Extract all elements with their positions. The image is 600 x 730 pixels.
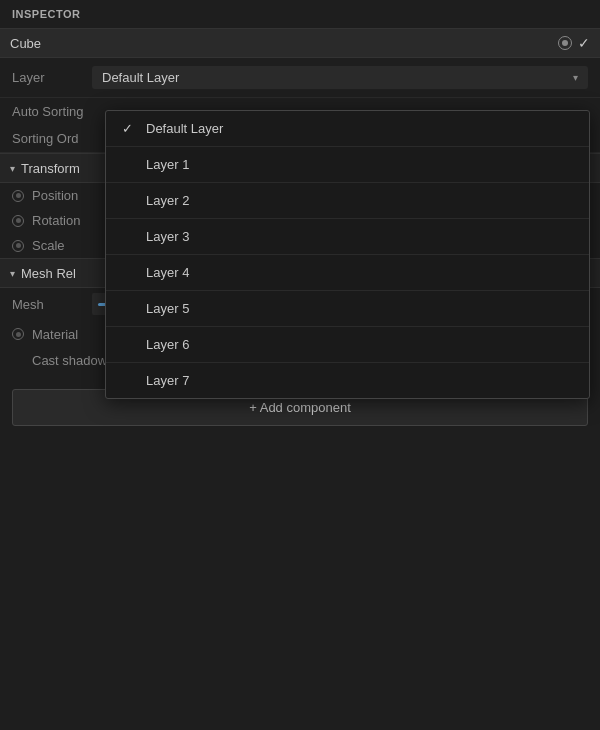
- object-name-input[interactable]: [10, 36, 558, 51]
- cast-shadow-label: Cast shadow: [32, 353, 107, 368]
- layer-selected-text: Default Layer: [102, 70, 179, 85]
- inspector-header: INSPECTOR: [0, 0, 600, 28]
- dropdown-item-layer7[interactable]: Layer 7: [106, 363, 589, 398]
- rotation-label: Rotation: [32, 213, 112, 228]
- dropdown-item-label-layer1: Layer 1: [146, 157, 189, 172]
- object-check-icon[interactable]: ✓: [578, 35, 590, 51]
- layer-dropdown[interactable]: Default Layer ▾: [92, 66, 588, 89]
- dropdown-item-label-layer3: Layer 3: [146, 229, 189, 244]
- mesh-renderer-collapse-arrow[interactable]: ▾: [10, 268, 15, 279]
- inspector-title: INSPECTOR: [12, 8, 80, 20]
- dropdown-item-layer6[interactable]: Layer 6: [106, 327, 589, 363]
- rotation-icon[interactable]: [12, 215, 24, 227]
- dropdown-item-layer5[interactable]: Layer 5: [106, 291, 589, 327]
- transform-collapse-arrow[interactable]: ▾: [10, 163, 15, 174]
- mesh-label: Mesh: [12, 297, 92, 312]
- layer-dropdown-menu[interactable]: ✓ Default Layer Layer 1 Layer 2 Layer 3 …: [105, 110, 590, 399]
- object-name-row: ✓: [0, 28, 600, 58]
- dropdown-item-label-layer7: Layer 7: [146, 373, 189, 388]
- dropdown-item-label-layer2: Layer 2: [146, 193, 189, 208]
- auto-sorting-label: Auto Sorting: [12, 104, 84, 119]
- position-label: Position: [32, 188, 112, 203]
- add-component-label: + Add component: [249, 400, 351, 415]
- dropdown-item-default[interactable]: ✓ Default Layer: [106, 111, 589, 147]
- dropdown-item-layer4[interactable]: Layer 4: [106, 255, 589, 291]
- dropdown-item-layer3[interactable]: Layer 3: [106, 219, 589, 255]
- dropdown-item-label-default: Default Layer: [146, 121, 223, 136]
- scale-label: Scale: [32, 238, 112, 253]
- dropdown-item-layer1[interactable]: Layer 1: [106, 147, 589, 183]
- dropdown-item-label-layer4: Layer 4: [146, 265, 189, 280]
- object-target-icon[interactable]: [558, 36, 572, 50]
- object-icons: ✓: [558, 35, 590, 51]
- dropdown-item-label-layer5: Layer 5: [146, 301, 189, 316]
- layer-label: Layer: [12, 70, 92, 85]
- scale-icon[interactable]: [12, 240, 24, 252]
- material-label: Material: [32, 327, 112, 342]
- layer-row: Layer Default Layer ▾: [0, 58, 600, 98]
- inspector-panel: INSPECTOR ✓ Layer Default Layer ▾ Auto S…: [0, 0, 600, 730]
- position-icon[interactable]: [12, 190, 24, 202]
- dropdown-item-layer2[interactable]: Layer 2: [106, 183, 589, 219]
- layer-chevron-icon: ▾: [573, 72, 578, 83]
- material-icon[interactable]: [12, 328, 24, 340]
- dropdown-item-label-layer6: Layer 6: [146, 337, 189, 352]
- check-icon-default: ✓: [122, 121, 136, 136]
